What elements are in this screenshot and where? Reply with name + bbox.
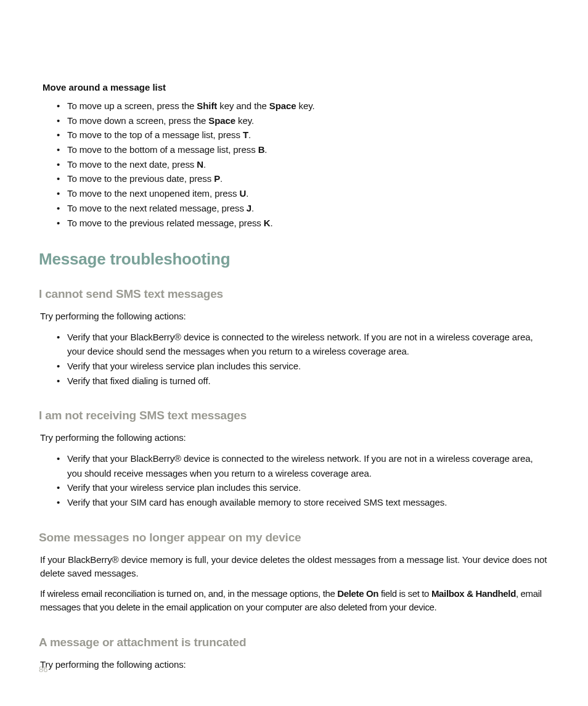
list-item: Verify that your BlackBerry® device is c…: [67, 451, 549, 480]
list-item: Verify that fixed dialing is turned off.: [67, 374, 549, 388]
move-around-bullets: To move up a screen, press the Shift key…: [39, 99, 549, 230]
not-receiving-heading: I am not receiving SMS text messages: [39, 409, 549, 422]
not-receiving-bullets: Verify that your BlackBerry® device is c…: [39, 451, 549, 510]
cannot-send-section: I cannot send SMS text messages Try perf…: [39, 287, 549, 388]
document-page: Move around a message list To move up a …: [0, 0, 588, 706]
list-item: Verify that your wireless service plan i…: [67, 359, 549, 374]
move-around-heading: Move around a message list: [43, 82, 549, 92]
list-item: To move to the top of a message list, pr…: [67, 128, 549, 142]
list-item: Verify that your wireless service plan i…: [67, 480, 549, 495]
cannot-send-intro: Try performing the following actions:: [40, 310, 549, 324]
list-item: Verify that your BlackBerry® device is c…: [67, 330, 549, 359]
cannot-send-bullets: Verify that your BlackBerry® device is c…: [39, 330, 549, 388]
truncated-heading: A message or attachment is truncated: [39, 636, 549, 649]
list-item: To move to the next unopened item, press…: [67, 186, 549, 201]
not-receiving-section: I am not receiving SMS text messages Try…: [39, 409, 549, 509]
not-receiving-intro: Try performing the following actions:: [40, 431, 549, 445]
no-longer-p1: If your BlackBerry® device memory is ful…: [40, 553, 549, 581]
list-item: To move down a screen, press the Space k…: [67, 113, 549, 128]
page-number: 86: [39, 665, 47, 674]
no-longer-appear-section: Some messages no longer appear on my dev…: [39, 531, 549, 615]
list-item: To move to the next date, press N.: [67, 157, 549, 172]
move-around-list-section: Move around a message list To move up a …: [39, 82, 549, 230]
no-longer-heading: Some messages no longer appear on my dev…: [39, 531, 549, 544]
truncated-section: A message or attachment is truncated Try…: [39, 636, 549, 672]
list-item: To move to the previous date, press P.: [67, 171, 549, 186]
list-item: To move to the next related message, pre…: [67, 201, 549, 216]
troubleshooting-heading: Message troubleshooting: [39, 250, 549, 269]
no-longer-p2: If wireless email reconciliation is turn…: [40, 587, 549, 615]
list-item: To move to the bottom of a message list,…: [67, 142, 549, 157]
list-item: To move up a screen, press the Shift key…: [67, 99, 549, 113]
list-item: To move to the previous related message,…: [67, 216, 549, 231]
list-item: Verify that your SIM card has enough ava…: [67, 495, 549, 510]
cannot-send-heading: I cannot send SMS text messages: [39, 287, 549, 301]
truncated-intro: Try performing the following actions:: [40, 658, 549, 672]
